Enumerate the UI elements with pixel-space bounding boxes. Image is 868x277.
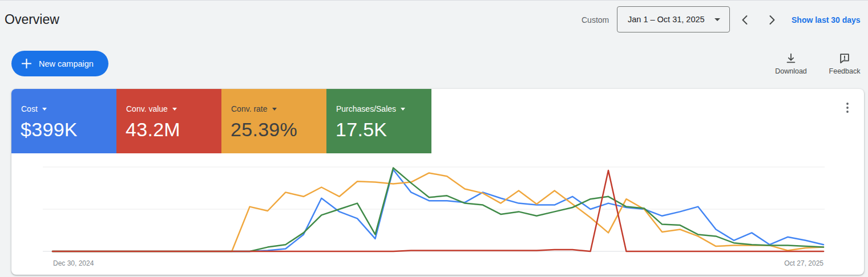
download-icon xyxy=(785,52,797,64)
scorecard-purchases-sales-label: Purchases/Sales xyxy=(336,104,396,113)
card-overflow-menu-button[interactable] xyxy=(842,101,853,114)
scorecard-purchases-sales-value: 17.5K xyxy=(336,119,431,141)
scorecard-conv-rate-value: 25.39% xyxy=(231,119,326,141)
scorecard-conv-rate-label: Conv. rate xyxy=(231,104,268,113)
show-last-30-days-link[interactable]: Show last 30 days xyxy=(792,15,861,25)
metric-caret-icon xyxy=(272,108,277,111)
new-campaign-button[interactable]: New campaign xyxy=(11,51,108,76)
kebab-icon xyxy=(846,103,849,113)
plus-icon xyxy=(21,58,32,69)
feedback-label: Feedback xyxy=(829,67,861,75)
scorecard-conv-value-label: Conv. value xyxy=(126,104,168,113)
metric-caret-icon xyxy=(401,108,405,111)
scorecard-conv-rate[interactable]: Conv. rate 25.39% xyxy=(221,89,326,153)
dropdown-caret-icon xyxy=(714,18,720,21)
scorecard-conv-value-value: 43.2M xyxy=(126,119,221,141)
page-title: Overview xyxy=(5,12,59,27)
metric-caret-icon xyxy=(42,108,47,111)
download-label: Download xyxy=(775,67,807,75)
previous-period-button[interactable] xyxy=(738,13,752,27)
scorecard-cost-label: Cost xyxy=(21,104,38,113)
metric-caret-icon xyxy=(172,108,177,111)
date-mode-label: Custom xyxy=(582,15,609,25)
date-range-selector[interactable]: Jan 1 – Oct 31, 2025 xyxy=(617,6,730,32)
overview-page: Overview Custom Jan 1 – Oct 31, 2025 Sho… xyxy=(0,0,868,277)
download-button[interactable]: Download xyxy=(774,52,808,75)
next-period-button[interactable] xyxy=(765,13,779,27)
x-axis-end-label: Oct 27, 2025 xyxy=(784,259,823,267)
scorecard-conv-value[interactable]: Conv. value 43.2M xyxy=(116,89,221,153)
scorecard-purchases-sales[interactable]: Purchases/Sales 17.5K xyxy=(326,89,431,153)
new-campaign-label: New campaign xyxy=(39,59,94,68)
feedback-button[interactable]: Feedback xyxy=(828,52,861,75)
scorecard-cost[interactable]: Cost $399K xyxy=(11,89,116,153)
feedback-icon xyxy=(838,52,851,64)
chevron-left-icon xyxy=(741,15,748,25)
scorecard-cost-value: $399K xyxy=(21,119,116,141)
date-range-value: Jan 1 – Oct 31, 2025 xyxy=(628,15,705,24)
x-axis-start-label: Dec 30, 2024 xyxy=(53,259,94,267)
chevron-right-icon xyxy=(769,15,776,25)
overview-card: Cost $399K Conv. value 43.2M Conv. rate … xyxy=(11,89,864,275)
